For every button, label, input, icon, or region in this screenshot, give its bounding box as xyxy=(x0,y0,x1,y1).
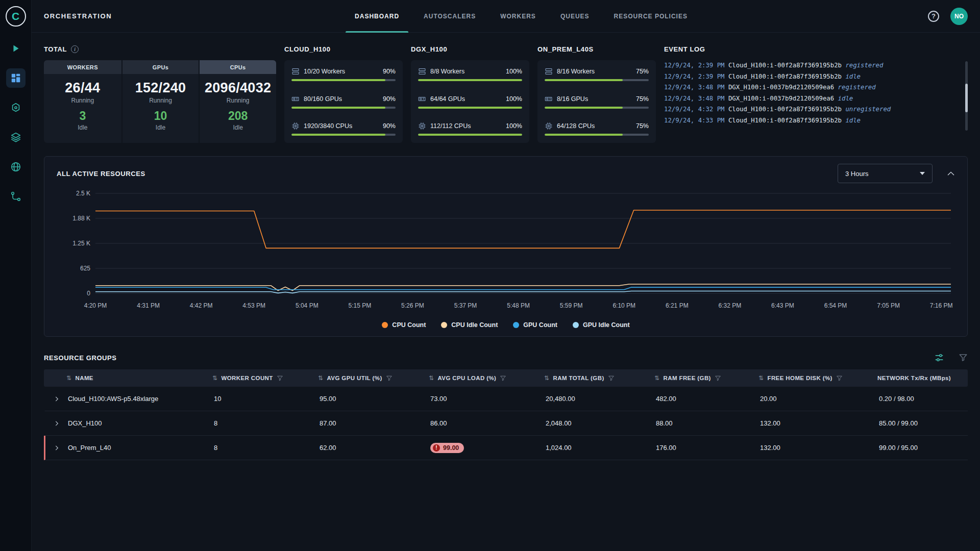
metric-label: 8/16 GPUs xyxy=(557,95,588,103)
column-settings-icon[interactable] xyxy=(934,353,944,363)
column-header-name[interactable]: ⇅ NAME xyxy=(66,374,212,382)
legend-item[interactable]: CPU Count xyxy=(382,321,426,329)
tab-dashboard[interactable]: DASHBOARD xyxy=(355,0,399,33)
svg-text:1.25 K: 1.25 K xyxy=(72,240,90,247)
filter-icon[interactable] xyxy=(608,375,615,382)
sidebar-item-dashboard[interactable] xyxy=(6,68,26,88)
cell-worker-count: 10 xyxy=(214,395,320,403)
running-value: 2096/4032 xyxy=(200,80,276,96)
sort-icon[interactable]: ⇅ xyxy=(318,374,323,382)
help-button[interactable]: ? xyxy=(928,11,939,22)
legend-item[interactable]: GPU Idle Count xyxy=(573,321,630,329)
legend-dot xyxy=(441,322,447,328)
column-header-ram-free[interactable]: ⇅ RAM FREE (GB) xyxy=(654,374,758,382)
sort-icon[interactable]: ⇅ xyxy=(66,374,71,382)
table-row-cloud-h100[interactable]: Cloud_H100:AWS-p5.48xlarge 10 95.00 73.0… xyxy=(44,387,968,411)
idle-caption: Idle xyxy=(122,124,199,131)
cpu-icon xyxy=(291,122,300,130)
cell-ram-free: 176.00 xyxy=(656,444,760,452)
log-entry: 12/9/24, 4:32 PM Cloud_H100:i-00f2a87f36… xyxy=(664,104,960,115)
progress-track xyxy=(418,107,522,109)
filter-icon[interactable] xyxy=(500,375,506,382)
table-row-on-prem-l40[interactable]: On_Prem_L40 8 62.00 ! 99.00 1,024.00 176… xyxy=(44,436,968,460)
sidebar-item-launch[interactable] xyxy=(6,39,26,58)
event-log-scrollbar[interactable] xyxy=(965,61,968,131)
sidebar: C xyxy=(0,0,32,551)
column-header-worker-count[interactable]: ⇅ WORKER COUNT xyxy=(212,374,318,382)
svg-text:7:16 PM: 7:16 PM xyxy=(930,302,953,309)
filter-icon[interactable] xyxy=(277,375,283,382)
sort-icon[interactable]: ⇅ xyxy=(544,374,549,382)
tab-resource-policies[interactable]: RESOURCE POLICIES xyxy=(614,0,688,33)
gpu-icon xyxy=(291,95,300,103)
tab-workers[interactable]: WORKERS xyxy=(500,0,536,33)
sidebar-item-globe[interactable] xyxy=(6,157,26,177)
log-source: DGX_H100:i-0037b9d2120509ea6 xyxy=(728,84,834,91)
info-icon[interactable]: i xyxy=(71,45,79,53)
column-header-avg-gpu-util[interactable]: ⇅ AVG GPU UTIL (%) xyxy=(318,374,429,382)
time-range-select[interactable]: 3 Hours xyxy=(838,164,933,183)
metric-row-cpus: 64/128 CPUs 75% xyxy=(545,122,649,136)
filter-icon[interactable] xyxy=(386,375,393,382)
filter-icon[interactable] xyxy=(715,375,721,382)
tab-autoscalers[interactable]: AUTOSCALERS xyxy=(424,0,476,33)
workers-icon xyxy=(545,67,553,76)
tab-queues[interactable]: QUEUES xyxy=(560,0,590,33)
workers-icon xyxy=(418,67,426,76)
column-header-avg-cpu-load[interactable]: ⇅ AVG CPU LOAD (%) xyxy=(429,374,544,382)
log-time: 12/9/24, 4:32 PM xyxy=(664,106,724,113)
pipeline-icon xyxy=(10,191,21,202)
metric-label: 8/16 Workers xyxy=(557,68,595,75)
column-header-ram-total[interactable]: ⇅ RAM TOTAL (GB) xyxy=(544,374,654,382)
log-source: Cloud_H100:i-00f2a87f369195b2b xyxy=(728,117,842,124)
app-logo[interactable]: C xyxy=(6,6,26,27)
cell-free-home-disk: 132.00 xyxy=(760,444,879,452)
cell-ram-total: 2,048.00 xyxy=(546,419,656,427)
sidebar-item-layers[interactable] xyxy=(6,128,26,147)
filter-icon[interactable] xyxy=(836,375,843,382)
column-label: WORKER COUNT xyxy=(221,375,273,381)
legend-dot xyxy=(382,322,388,328)
legend-item[interactable]: CPU Idle Count xyxy=(441,321,498,329)
svg-text:5:37 PM: 5:37 PM xyxy=(454,302,477,309)
total-tab-workers[interactable]: WORKERS xyxy=(44,60,121,74)
sort-icon[interactable]: ⇅ xyxy=(429,374,434,382)
progress-track xyxy=(545,107,649,109)
cell-avg-gpu-util: 62.00 xyxy=(320,444,430,452)
cell-ram-free: 88.00 xyxy=(656,419,760,427)
legend-dot xyxy=(513,322,519,328)
metric-percent: 90% xyxy=(383,68,396,75)
total-tab-cpus[interactable]: CPUs xyxy=(200,60,276,74)
sort-icon[interactable]: ⇅ xyxy=(654,374,659,382)
progress-bar xyxy=(418,134,522,136)
svg-text:6:21 PM: 6:21 PM xyxy=(666,302,689,309)
cell-worker-count: 8 xyxy=(214,444,320,452)
progress-bar xyxy=(291,79,385,81)
alert-value: 99.00 xyxy=(443,444,459,452)
row-expand-button[interactable] xyxy=(53,444,60,452)
legend-item[interactable]: GPU Count xyxy=(513,321,557,329)
sort-icon[interactable]: ⇅ xyxy=(212,374,217,382)
row-expand-button[interactable] xyxy=(53,420,60,427)
sort-icon[interactable]: ⇅ xyxy=(758,374,764,382)
column-header-free-home-disk[interactable]: ⇅ FREE HOME DISK (%) xyxy=(758,374,877,382)
cell-avg-cpu-load: 86.00 xyxy=(430,419,546,427)
sidebar-item-pods[interactable] xyxy=(6,98,26,117)
progress-track xyxy=(418,134,522,136)
legend-label: CPU Idle Count xyxy=(451,321,498,329)
collapse-button[interactable] xyxy=(947,171,955,176)
sidebar-item-pipelines[interactable] xyxy=(6,187,26,206)
time-range-value: 3 Hours xyxy=(845,170,869,178)
total-tab-gpus[interactable]: GPUs xyxy=(122,60,199,74)
log-time: 12/9/24, 3:48 PM xyxy=(664,95,724,102)
log-entry: 12/9/24, 3:48 PM DGX_H100:i-0037b9d21205… xyxy=(664,93,960,105)
chevron-right-icon xyxy=(53,444,60,452)
resource-groups-table: ⇅ NAME ⇅ WORKER COUNT ⇅ AVG GPU UTIL (%)… xyxy=(44,369,968,460)
user-avatar[interactable]: NO xyxy=(950,8,968,25)
table-row-dgx-h100[interactable]: DGX_H100 8 87.00 86.00 2,048.00 88.00 13… xyxy=(44,411,968,436)
row-expand-button[interactable] xyxy=(53,395,60,403)
table-header-row: ⇅ NAME ⇅ WORKER COUNT ⇅ AVG GPU UTIL (%)… xyxy=(44,369,968,387)
metric-percent: 75% xyxy=(636,68,649,75)
scrollbar-thumb[interactable] xyxy=(965,84,968,112)
filter-icon[interactable] xyxy=(959,353,968,362)
